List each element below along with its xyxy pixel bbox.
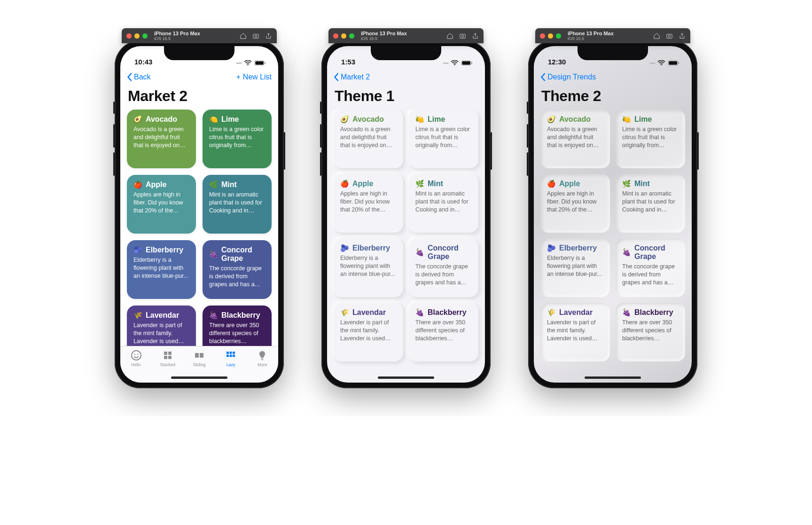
window-close-button[interactable] bbox=[126, 33, 132, 39]
home-indicator[interactable] bbox=[585, 376, 641, 379]
item-card[interactable]: 🍇Concord GrapeThe concorde grape is deri… bbox=[203, 240, 272, 299]
svg-point-8 bbox=[137, 354, 138, 355]
tab-sliding[interactable]: Sliding bbox=[185, 349, 213, 367]
item-name: Mint bbox=[428, 180, 443, 188]
svg-rect-20 bbox=[233, 355, 235, 357]
share-icon[interactable] bbox=[679, 32, 686, 39]
home-indicator[interactable] bbox=[171, 376, 227, 379]
home-indicator[interactable] bbox=[378, 376, 434, 379]
item-icon: 🍋 bbox=[415, 115, 424, 124]
item-card[interactable]: 🍋LimeLime is a green color citrus fruit … bbox=[616, 110, 685, 168]
home-icon[interactable] bbox=[240, 32, 247, 39]
device-notch bbox=[371, 46, 441, 60]
window-maximize-button[interactable] bbox=[349, 33, 354, 39]
new-list-button[interactable]: + New List bbox=[236, 73, 272, 81]
tab-lazy[interactable]: Lazy bbox=[217, 349, 245, 367]
item-card[interactable]: 🍋LimeLime is a green color citrus fruit … bbox=[409, 110, 478, 168]
item-name: Avocado bbox=[146, 115, 177, 124]
item-card[interactable]: 🍎AppleApples are high in fiber. Did you … bbox=[127, 175, 196, 234]
item-card[interactable]: 🌾LavendarLavender is part of the mint fa… bbox=[127, 306, 196, 346]
item-card[interactable]: 🌿MintMint is an aromatic plant that is u… bbox=[203, 175, 272, 234]
window-maximize-button[interactable] bbox=[142, 33, 148, 39]
svg-rect-29 bbox=[667, 34, 672, 38]
svg-point-31 bbox=[661, 64, 662, 65]
card-grid: 🥑AvocadoAvocado is a green and delightfu… bbox=[534, 110, 692, 383]
item-name: Blackberry bbox=[221, 311, 260, 320]
window-close-button[interactable] bbox=[333, 33, 338, 39]
item-card[interactable]: 🍇Concord GrapeThe concorde grape is deri… bbox=[409, 238, 478, 297]
item-icon: 🍇 bbox=[415, 308, 424, 317]
screenshot-icon[interactable] bbox=[459, 32, 466, 39]
home-icon[interactable] bbox=[653, 32, 660, 39]
window-traffic-lights[interactable] bbox=[126, 33, 148, 39]
window-maximize-button[interactable] bbox=[556, 33, 561, 39]
item-description: There are over 350 different species of … bbox=[415, 319, 472, 343]
item-name: Avocado bbox=[352, 115, 384, 124]
item-name: Elberberry bbox=[559, 244, 597, 252]
tab-stacked[interactable]: Stacked bbox=[154, 349, 182, 367]
item-description: Lime is a green color citrus fruit that … bbox=[415, 125, 472, 149]
back-button[interactable]: Market 2 bbox=[334, 72, 370, 82]
window-minimize-button[interactable] bbox=[134, 33, 140, 39]
item-card[interactable]: 🫐ElberberryElderberry is a flowering pla… bbox=[127, 240, 196, 299]
item-card[interactable]: 🫐ElberberryElderberry is a flowering pla… bbox=[540, 238, 610, 297]
item-card[interactable]: 🌾LavendarLavender is part of the mint fa… bbox=[540, 303, 610, 361]
item-icon: 🍎 bbox=[340, 180, 349, 188]
battery-icon bbox=[668, 60, 679, 66]
cellular-icon: •••• bbox=[650, 60, 655, 66]
share-icon[interactable] bbox=[472, 32, 479, 39]
item-description: Avocado is a green and delightful fruit … bbox=[547, 125, 603, 149]
item-name: Mint bbox=[221, 180, 237, 189]
status-time: 12:30 bbox=[548, 58, 566, 66]
card-grid: 🥑AvocadoAvocado is a green and delightfu… bbox=[327, 110, 485, 383]
tab-more[interactable]: More bbox=[248, 349, 276, 367]
cellular-icon: •••• bbox=[443, 60, 448, 66]
item-icon: 🍎 bbox=[547, 180, 555, 188]
item-name: Lavendar bbox=[146, 311, 179, 320]
item-card[interactable]: 🍇BlackberryThere are over 350 different … bbox=[409, 303, 478, 361]
page-title: Theme 2 bbox=[534, 86, 692, 110]
item-card[interactable]: 🥑AvocadoAvocado is a green and delightfu… bbox=[334, 110, 403, 168]
item-description: Mint is an aromatic plant that is used f… bbox=[209, 191, 265, 215]
item-card[interactable]: 🥑AvocadoAvocado is a green and delightfu… bbox=[127, 110, 196, 168]
item-card[interactable]: 🌾LavendarLavender is part of the mint fa… bbox=[334, 303, 403, 361]
item-description: Lime is a green color citrus fruit that … bbox=[622, 125, 679, 149]
svg-point-7 bbox=[134, 354, 135, 355]
svg-rect-34 bbox=[678, 62, 679, 64]
item-card[interactable]: 🍋LimeLime is a green color citrus fruit … bbox=[203, 110, 272, 168]
lazy-icon bbox=[225, 349, 236, 361]
svg-rect-0 bbox=[253, 34, 258, 38]
item-description: Apples are high in fiber. Did you know t… bbox=[340, 190, 397, 214]
window-minimize-button[interactable] bbox=[548, 33, 553, 39]
item-card[interactable]: 🍎AppleApples are high in fiber. Did you … bbox=[334, 174, 403, 233]
item-card[interactable]: 🍎AppleApples are high in fiber. Did you … bbox=[540, 174, 610, 233]
item-card[interactable]: 🍇BlackberryThere are over 350 different … bbox=[616, 303, 685, 361]
home-icon[interactable] bbox=[446, 32, 453, 39]
item-name: Avocado bbox=[559, 115, 591, 124]
svg-rect-15 bbox=[226, 352, 229, 354]
svg-rect-4 bbox=[255, 61, 264, 64]
item-card[interactable]: 🍇Concord GrapeThe concorde grape is deri… bbox=[616, 238, 685, 297]
screenshot-icon[interactable] bbox=[666, 32, 673, 39]
item-icon: 🍇 bbox=[209, 311, 218, 320]
window-traffic-lights[interactable] bbox=[333, 33, 354, 39]
item-name: Lime bbox=[221, 115, 239, 124]
item-icon: 🍇 bbox=[415, 248, 424, 257]
share-icon[interactable] bbox=[265, 32, 272, 39]
tab-hello[interactable]: Hello bbox=[122, 349, 150, 367]
svg-rect-17 bbox=[233, 352, 235, 354]
window-minimize-button[interactable] bbox=[341, 33, 346, 39]
stack-icon bbox=[162, 349, 173, 361]
screenshot-icon[interactable] bbox=[252, 32, 259, 39]
window-close-button[interactable] bbox=[540, 33, 545, 39]
back-button[interactable]: Back bbox=[127, 72, 151, 82]
item-card[interactable]: 🫐ElberberryElderberry is a flowering pla… bbox=[334, 238, 403, 297]
back-button[interactable]: Design Trends bbox=[540, 72, 596, 82]
item-card[interactable]: 🌿MintMint is an aromatic plant that is u… bbox=[616, 174, 685, 233]
item-name: Lavendar bbox=[559, 308, 593, 317]
item-card[interactable]: 🥑AvocadoAvocado is a green and delightfu… bbox=[540, 110, 610, 168]
bulb-icon bbox=[257, 349, 268, 361]
item-card[interactable]: 🍇BlackberryThere are over 350 different … bbox=[203, 306, 272, 346]
item-card[interactable]: 🌿MintMint is an aromatic plant that is u… bbox=[409, 174, 478, 233]
window-traffic-lights[interactable] bbox=[540, 33, 561, 39]
